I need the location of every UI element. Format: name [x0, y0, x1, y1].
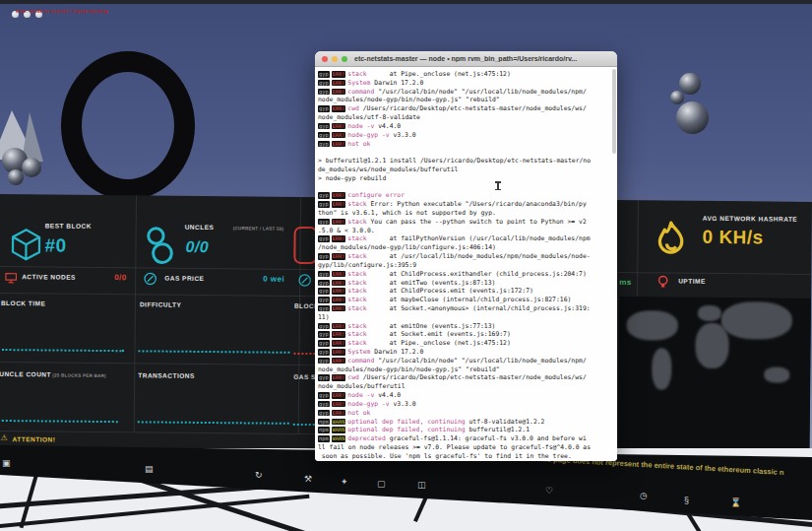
terminal-line: gypERR!node -v v4.4.0: [318, 391, 615, 400]
avg-hashrate-value: 0 KH/s: [703, 227, 764, 249]
active-nodes-value: 0/0: [114, 273, 127, 282]
chart-baseline: [293, 424, 315, 426]
uptime-label: UPTIME: [678, 278, 706, 285]
terminal-line: gypERR!System Darwin 17.2.0: [318, 348, 615, 357]
check-clock-icon: ◷: [640, 492, 648, 500]
terminal-line: [318, 148, 615, 157]
active-nodes-label: ACTIVE NODES: [22, 273, 76, 281]
gas-price-label: GAS PRICE: [164, 275, 204, 282]
node-icon: ▣: [2, 459, 11, 468]
terminal-line: gypERR!stack at Socket.<anonymous> (inte…: [318, 304, 615, 313]
gas-spending-label: GAS SPENDING: [293, 373, 315, 380]
terminal-line: gypERR!System Darwin 17.2.0: [318, 79, 615, 88]
terminal-line: gypERR!command "/usr/local/bin/node" "/u…: [318, 88, 615, 97]
flame-icon: [647, 216, 694, 265]
terminal-line: gypERR!node -v v4.4.0: [318, 122, 615, 131]
terminal-line: gypERR!stack You can pass the --python s…: [318, 218, 615, 227]
block-propagation-label: BLOCK PROPAGATION: [294, 302, 316, 309]
terminal-line: gypERR!node-gyp -v v3.3.0: [318, 131, 615, 140]
gas-limit-icon: [297, 273, 312, 288]
terminal-line: node_modules/utf-8-validate: [318, 113, 615, 122]
hourglass-icon: ⌛: [730, 498, 741, 507]
terminal-line: gypERR!configure error: [318, 191, 615, 200]
terminal-output[interactable]: gypERR!stack at Pipe._onclose (net.js:47…: [315, 67, 617, 461]
page-latency-unit: ms: [619, 278, 632, 287]
terminal-line: gypERR!stack at emitTwo (events.js:87:13…: [318, 279, 615, 288]
terminal-line: node_modules/bufferutil: [318, 382, 615, 391]
attention-label: ATTENTION!: [13, 435, 56, 442]
text-cursor: [497, 181, 499, 190]
terminal-line: de_modules/ws/node_modules/bufferutil: [318, 166, 615, 174]
terminal-line: > bufferutil@1.2.1 install /Users/ricard…: [318, 157, 615, 166]
best-block-label: BEST BLOCK: [45, 222, 92, 229]
map-landmass: [698, 305, 721, 321]
monitor-icon: [4, 271, 18, 285]
terminal-line: gypERR!not ok: [318, 140, 615, 149]
terminal-title: etc-netstats-master — node • npm rvm_bin…: [354, 55, 611, 62]
history-icon: ↻: [255, 471, 263, 480]
cube-icon: [7, 225, 44, 264]
uncles-chain-icon: §: [684, 497, 689, 505]
peers-icon: ✦: [341, 478, 348, 487]
terminal-line: gypERR!stack at Pipe._onclose (net.js:47…: [318, 339, 615, 348]
terminal-line: gypERR!cwd /Users/ricardo/Desktop/etc-ne…: [318, 104, 615, 113]
block-time-label: BLOCK TIME: [1, 299, 46, 306]
best-block-value: #0: [44, 234, 66, 256]
terminal-line: gypERR!stack at Socket.emit (events.js:1…: [318, 330, 615, 339]
terminal-line: gypERR!stack at ChildProcess.emit (event…: [318, 287, 615, 296]
terminal-window[interactable]: etc-netstats-master — node • npm rvm_bin…: [315, 51, 617, 461]
terminal-scrollbar[interactable]: [612, 69, 616, 154]
uncle-count-label: UNCLE COUNT: [0, 370, 51, 378]
terminal-line: gypERR!command "/usr/local/bin/node" "/u…: [318, 357, 615, 365]
chart-baseline-red: [293, 353, 315, 355]
terminal-line: gypERR!cwd /Users/ricardo/Desktop/etc-ne…: [318, 373, 615, 382]
terminal-line: npmWARNoptional dep failed, continuing u…: [318, 418, 615, 427]
terminal-line: gypERR!stack at /usr/local/lib/node_modu…: [318, 252, 615, 261]
close-button[interactable]: [322, 56, 328, 62]
terminal-line: gyp/lib/configure.js:395:9: [318, 261, 615, 270]
terminal-line: [318, 183, 615, 192]
terminal-line: thon" is v3.6.1, which is not supported …: [318, 209, 615, 218]
uncles-label: UNCLES: [185, 224, 215, 231]
scene-top-edge: [0, 0, 812, 4]
sphere: [679, 73, 701, 95]
bulb-icon: [656, 274, 669, 291]
terminal-titlebar[interactable]: etc-netstats-master — node • npm rvm_bin…: [315, 51, 617, 67]
pickaxe-icon: ⚒: [304, 475, 312, 484]
map-landmass: [627, 310, 678, 340]
gas-price-icon: [143, 271, 157, 286]
terminal-line: gypERR!stack at Pipe._onclose (net.js:47…: [318, 70, 615, 79]
terminal-line: npmWARNoptional dep failed, continuing b…: [318, 426, 615, 434]
minimize-button[interactable]: [332, 56, 338, 62]
pending-icon: ▢: [377, 480, 386, 489]
terminal-line: soon as possible. Use 'npm ls graceful-f…: [318, 452, 615, 461]
uncles-value: 0/0: [185, 238, 209, 256]
file-icon: ▤: [145, 465, 154, 474]
chart-baseline: [138, 350, 289, 353]
difficulty-label: DIFFICULTY: [140, 300, 182, 307]
debug-overlay-text: note: mode to in-prod / d-grab warning: [16, 9, 108, 14]
terminal-line: > node-gyp rebuild: [318, 174, 615, 183]
terminal-line: gypERR!stack at maybeClose (internal/chi…: [318, 296, 615, 304]
terminal-line: gypERR!stack at ChildProcess.exithandler…: [318, 270, 615, 279]
terminal-line: .5.0 & < 3.0.0.: [318, 227, 615, 235]
vr-scene: note: mode to in-prod / d-grab warning B…: [0, 0, 812, 531]
terminal-line: node_modules/node-gyp/bin/node-gyp.js" "…: [318, 365, 615, 374]
uncle-count-sublabel: (25 BLOCKS PER BAR): [52, 372, 106, 378]
terminal-line: gypERR!stack Error: Python executable "/…: [318, 200, 615, 209]
terminal-line: gypERR!stack at emitOne (events.js:77:13…: [318, 322, 615, 331]
terminal-line: 11): [318, 313, 615, 322]
zoom-button[interactable]: [342, 56, 347, 62]
terminal-line: /node_modules/node-gyp/lib/configure.js:…: [318, 243, 615, 252]
blocks-cube-icon: ◫: [417, 481, 426, 490]
map-landmass: [652, 348, 671, 389]
world-map: [618, 297, 811, 451]
divider: [637, 200, 639, 297]
sphere: [22, 158, 41, 177]
avg-hashrate-label: AVG NETWORK HASHRATE: [703, 215, 798, 223]
transactions-label: TRANSACTIONS: [138, 371, 195, 379]
chart-baseline: [2, 349, 124, 352]
chart-baseline: [2, 420, 118, 423]
divider: [134, 195, 137, 431]
warning-icon: ⚠: [1, 433, 8, 442]
